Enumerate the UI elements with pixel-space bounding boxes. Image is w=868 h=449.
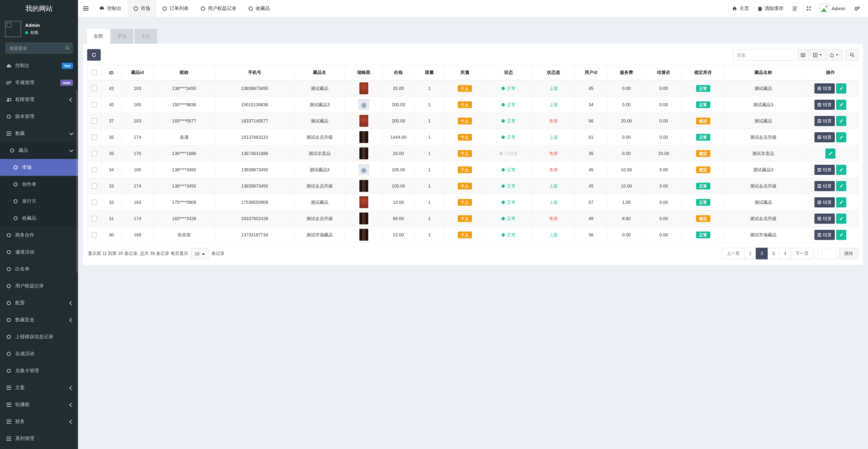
owner-badge: 个人 [458,183,472,189]
topnav-tab-市场[interactable]: 市场 [127,0,156,17]
sidebar-item-数藏盲盒[interactable]: 数藏盲盒 [0,312,78,328]
edit-button[interactable] [836,83,846,93]
cell-item_id: 174 [122,211,153,227]
page-jump-button[interactable]: 跳转 [839,248,858,259]
settle-button[interactable]: 结算 [814,230,835,240]
sidebar-item-邀请活动[interactable]: 邀请活动 [0,244,78,261]
cell-item_name: 测试藏品 [311,199,329,205]
edit-button[interactable] [825,148,835,158]
topnav-tab-收藏品[interactable]: 收藏品 [243,0,276,17]
admin-menu[interactable]: Admin [815,0,849,17]
columns-button[interactable] [809,49,826,61]
sidebar-item-版本管理[interactable]: 版本管理 [0,108,78,125]
row-checkbox[interactable] [91,102,97,107]
owner-badge: 个人 [458,150,472,157]
row-checkbox[interactable] [91,118,97,124]
edit-button[interactable] [836,230,846,240]
pagination-info: 显示第 11 到第 20 条记录, 总共 39 条记录 每页显示 10 条记录 [88,248,225,259]
row-checkbox[interactable] [91,232,97,237]
sidebar-item-合成活动[interactable]: 合成活动 [0,346,78,362]
topnav-tab-用户权益记录[interactable]: 用户权益记录 [195,0,243,17]
row-checkbox[interactable] [91,86,97,91]
row-checkbox[interactable] [91,199,97,205]
row-checkbox[interactable] [91,216,97,221]
page-jump-input[interactable] [817,248,837,259]
sidebar-item-数藏[interactable]: 数藏 [0,125,78,142]
settle-button[interactable]: 结算 [814,83,835,93]
edit-button[interactable] [836,213,846,223]
home-link[interactable]: 主页 [727,0,753,17]
row-checkbox[interactable] [91,183,97,189]
edit-button[interactable] [836,116,846,126]
edit-button[interactable] [836,132,846,142]
cell-actions: 结算 [802,80,859,96]
page-button-2[interactable]: 2 [756,248,768,259]
sidebar-item-权限管理[interactable]: 权限管理 [0,91,78,108]
edit-button[interactable] [836,197,846,207]
row-checkbox[interactable] [91,167,97,172]
refresh-button[interactable] [87,49,101,61]
edit-button[interactable] [836,181,846,191]
page-button-3[interactable]: 3 [767,248,779,259]
sidebar-item-常规管理[interactable]: ⚙⚙常规管理new [0,74,78,91]
prev-page-button[interactable]: 上一页 [722,248,745,259]
topnav-tab-控制台[interactable]: 控制台 [93,0,128,17]
page-button-4[interactable]: 4 [779,248,791,259]
sidebar-search-input[interactable] [5,42,73,54]
filter-tab-个人[interactable]: 个人 [135,29,157,44]
sidebar-item-label: 数藏盲盒 [16,317,34,323]
page-size-select[interactable]: 10 [191,248,209,259]
card-view-button[interactable] [797,49,809,61]
sidebar-item-白名单[interactable]: 白名单 [0,261,78,278]
sidebar-item-控制台[interactable]: 控制台hot [0,57,78,74]
settings-button[interactable]: ⚙⚙ [849,0,865,17]
row-checkbox[interactable] [91,134,97,140]
filter-tab-全部[interactable]: 全部 [87,29,110,44]
settle-button[interactable]: 结算 [814,99,835,109]
thumbnail [359,164,369,175]
sidebar-item-配置[interactable]: 配置 [0,295,78,312]
edit-button[interactable] [836,99,846,109]
settle-button[interactable]: 结算 [814,197,835,207]
settle-button[interactable]: 结算 [814,181,835,191]
sidebar-item-发行方[interactable]: 发行方 [0,193,78,210]
table-search-input[interactable] [733,49,794,61]
settle-button[interactable]: 结算 [814,116,835,126]
sidebar-scrollbar[interactable] [76,90,78,273]
select-all-checkbox[interactable] [91,70,97,75]
fullscreen-button[interactable] [802,0,815,17]
page-button-1[interactable]: 1 [744,248,756,259]
topnav-tab-订单列表[interactable]: 订单列表 [156,0,195,17]
hamburger-button[interactable] [78,0,93,17]
edit-button[interactable] [836,164,846,175]
sidebar-item-商务合作[interactable]: 商务合作 [0,227,78,244]
clear-cache-link[interactable]: 清除缓存 [753,0,788,17]
sidebar-item-市场[interactable]: 市场 [0,159,78,176]
sidebar-item-系列管理[interactable]: 系列管理 [0,430,78,447]
sidebar-item-文案[interactable]: 文案 [0,379,78,396]
sidebar-item-收藏品[interactable]: 收藏品 [0,210,78,227]
settle-button[interactable]: 结算 [814,164,835,175]
settle-button[interactable]: 结算 [814,213,835,223]
cell-status_value: 上架 [532,178,575,194]
cell-thumb [345,162,383,178]
cell-status_value: 售罄 [532,113,575,129]
cell-user_id: 58 [589,232,594,237]
export-button[interactable] [826,49,843,61]
status-text: 正常 [507,216,516,221]
sidebar-item-藏品[interactable]: 藏品 [0,142,78,159]
translate-button[interactable] [788,0,802,17]
status-text: 正常 [507,134,516,140]
row-checkbox[interactable] [91,151,97,156]
next-page-button[interactable]: 下一页 [791,248,813,259]
filter-tab-平台[interactable]: 平台 [111,29,133,44]
sidebar-item-财务[interactable]: 财务 [0,413,78,430]
sidebar-item-轮播图[interactable]: 轮播图 [0,396,78,413]
settle-button[interactable]: 结算 [814,132,835,142]
search-button[interactable] [845,49,859,61]
sidebar-item-创作者[interactable]: 创作者 [0,176,78,193]
sidebar-item-用户权益记录[interactable]: 用户权益记录 [0,278,78,295]
sidebar-item-上链错误信息记录[interactable]: 上链错误信息记录 [0,328,78,346]
column-header: 藏品名称 [724,65,802,80]
sidebar-item-兑换卡管理[interactable]: 兑换卡管理 [0,362,78,379]
